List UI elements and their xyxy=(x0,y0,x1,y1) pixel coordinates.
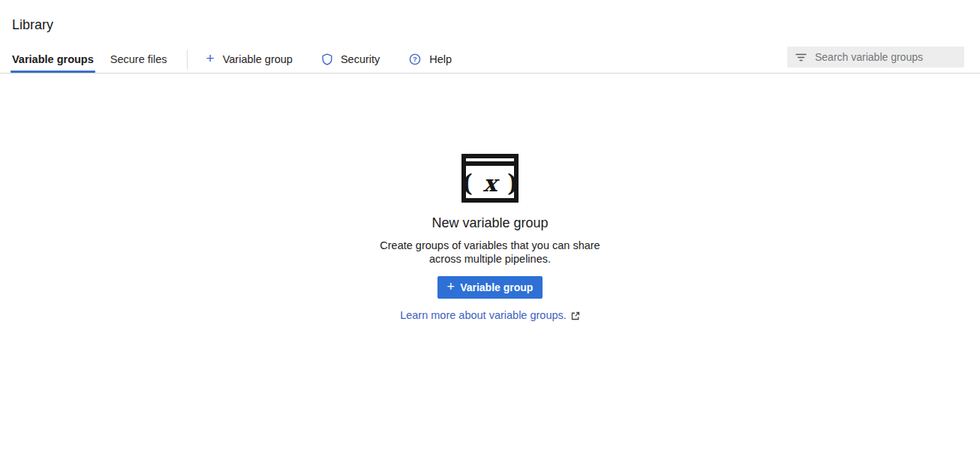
svg-text:( x ): ( x ) xyxy=(461,170,518,197)
library-page: Library Variable groups Secure files + V… xyxy=(0,0,980,451)
toolbar-divider xyxy=(187,50,188,69)
empty-state: ( x ) New variable group Create groups o… xyxy=(0,74,980,321)
plus-icon: + xyxy=(447,280,455,293)
description-line-1: Create groups of variables that you can … xyxy=(380,239,600,251)
variable-group-icon: ( x ) xyxy=(461,154,519,203)
page-header: Library Variable groups Secure files + V… xyxy=(0,0,980,74)
description-line-2: across multiple pipelines. xyxy=(429,253,551,265)
create-variable-group-label: Variable group xyxy=(460,281,533,293)
add-variable-group-label: Variable group xyxy=(223,53,293,65)
add-variable-group-button[interactable]: + Variable group xyxy=(196,45,303,73)
help-button[interactable]: ? Help xyxy=(398,45,462,73)
security-label: Security xyxy=(341,53,380,65)
external-link-icon xyxy=(571,311,580,320)
create-variable-group-button[interactable]: + Variable group xyxy=(437,276,543,299)
help-icon: ? xyxy=(409,53,421,65)
tab-secure-files-label: Secure files xyxy=(110,53,167,65)
empty-state-description: Create groups of variables that you can … xyxy=(380,239,600,266)
learn-more-link[interactable]: Learn more about variable groups. xyxy=(400,309,580,321)
page-title: Library xyxy=(0,0,980,34)
tab-bar: Variable groups Secure files + Variable … xyxy=(0,45,980,74)
x-glyph: x xyxy=(483,170,501,197)
help-label: Help xyxy=(429,53,452,65)
search-input[interactable] xyxy=(815,51,956,63)
tab-variable-groups-label: Variable groups xyxy=(12,53,94,65)
question-mark-glyph: ? xyxy=(413,55,417,63)
tab-secure-files[interactable]: Secure files xyxy=(109,45,169,73)
filter-icon xyxy=(795,53,807,62)
empty-state-title: New variable group xyxy=(431,215,548,230)
learn-more-label: Learn more about variable groups. xyxy=(400,309,567,321)
shield-icon xyxy=(322,53,332,65)
search-box[interactable] xyxy=(787,47,964,68)
paren-open-glyph: ( xyxy=(461,170,473,197)
plus-icon: + xyxy=(206,51,215,65)
paren-close-glyph: ) xyxy=(507,170,519,197)
security-button[interactable]: Security xyxy=(311,45,390,73)
tab-variable-groups[interactable]: Variable groups xyxy=(11,45,95,73)
